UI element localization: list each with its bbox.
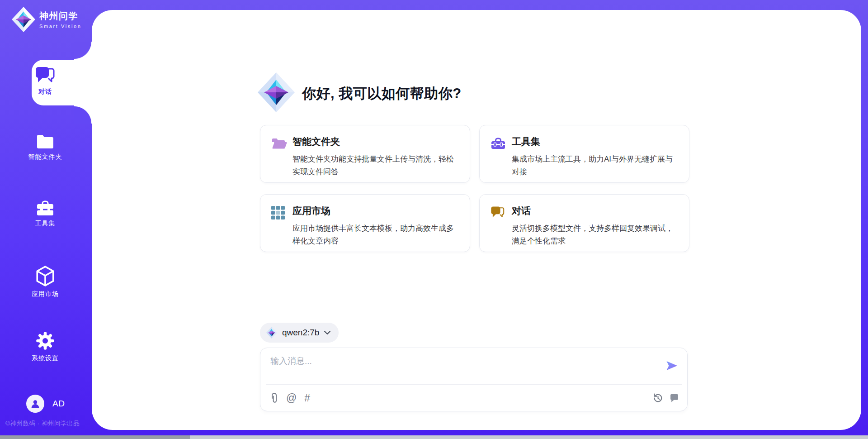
- sidebar-item-label: 应用市场: [32, 290, 59, 298]
- sidebar-item-apps[interactable]: 应用市场: [0, 266, 90, 298]
- hero-logo: [258, 72, 295, 114]
- card-title: 应用市场: [292, 205, 461, 217]
- card-description: 智能文件夹功能支持批量文件上传与清洗，轻松实现文件问答: [292, 153, 461, 178]
- sidebar-item-label: 工具集: [35, 220, 56, 228]
- sidebar-item-label: 对话: [38, 88, 52, 96]
- toolbox-icon: [36, 200, 55, 215]
- gear-icon: [35, 330, 55, 351]
- sidebar-item-label: 智能文件夹: [28, 153, 62, 161]
- card-description: 应用市场提供丰富长文本模板，助力高效生成多样化文章内容: [292, 222, 461, 248]
- card-title: 智能文件夹: [292, 135, 461, 148]
- sidebar-item-tools[interactable]: 工具集: [0, 200, 90, 228]
- user-profile[interactable]: AD: [26, 395, 65, 413]
- greeting-title: 你好, 我可以如何帮助你?: [302, 84, 462, 103]
- card-title: 工具集: [512, 135, 680, 148]
- composer-divider: [266, 384, 682, 385]
- attachment-button[interactable]: [269, 392, 278, 404]
- user-initials: AD: [52, 399, 65, 409]
- send-icon: [665, 360, 678, 372]
- card-title: 对话: [512, 205, 680, 217]
- horizontal-scrollbar-thumb[interactable]: [0, 435, 190, 439]
- avatar: [26, 395, 44, 413]
- brand-name: 神州问学: [39, 10, 81, 22]
- horizontal-scrollbar-track: [0, 435, 868, 439]
- message-input[interactable]: [269, 354, 656, 382]
- history-button[interactable]: [653, 393, 663, 403]
- toolbox-icon: [491, 135, 507, 182]
- card-description: 灵活切换多模型文件，支持多样回复效果调试，满足个性化需求: [512, 222, 680, 248]
- folder-open-icon: [271, 135, 288, 182]
- app-background: 神州问学 Smart Vision 对话 智能文件夹 工具集: [0, 0, 868, 435]
- sidebar-item-settings[interactable]: 系统设置: [0, 330, 90, 363]
- cube-icon: [36, 266, 55, 286]
- message-composer: @ #: [260, 348, 688, 411]
- new-chat-button[interactable]: [670, 393, 679, 403]
- history-icon: [653, 393, 663, 403]
- card-app-market[interactable]: 应用市场 应用市场提供丰富长文本模板，助力高效生成多样化文章内容: [260, 194, 470, 252]
- sidebar-item-label: 系统设置: [32, 354, 59, 363]
- folder-icon: [36, 134, 55, 148]
- chevron-down-icon: [324, 331, 330, 334]
- active-tab-scoop-top: [74, 42, 93, 60]
- active-tab-scoop-bottom: [74, 105, 93, 124]
- card-toolset[interactable]: 工具集 集成市场上主流工具，助力AI与外界无缝扩展与对接: [479, 125, 689, 183]
- person-icon: [30, 398, 41, 409]
- brand-diamond-icon: [258, 72, 295, 112]
- attachment-icon: [269, 392, 278, 404]
- chat-bubbles-icon: [35, 66, 56, 84]
- grid-icon: [271, 205, 288, 252]
- new-chat-icon: [670, 393, 679, 403]
- chat-bubbles-icon: [491, 205, 507, 252]
- model-name: qwen2:7b: [282, 328, 319, 338]
- brand-logo-icon: [12, 7, 35, 32]
- card-description: 集成市场上主流工具，助力AI与外界无缝扩展与对接: [512, 153, 680, 178]
- card-smart-folders[interactable]: 智能文件夹 智能文件夹功能支持批量文件上传与清洗，轻松实现文件问答: [260, 125, 470, 183]
- brand-subtitle: Smart Vision: [39, 24, 81, 29]
- sidebar-item-folders[interactable]: 智能文件夹: [0, 134, 90, 161]
- model-selector[interactable]: qwen2:7b: [260, 323, 339, 343]
- hashtag-button[interactable]: #: [304, 393, 310, 403]
- feature-cards: 智能文件夹 智能文件夹功能支持批量文件上传与清洗，轻松实现文件问答 工具集 集成…: [260, 125, 689, 252]
- sidebar-footer: ©神州数码 · 神州问学出品: [5, 420, 80, 428]
- send-button[interactable]: [665, 360, 678, 373]
- mention-button[interactable]: @: [286, 393, 297, 403]
- brand: 神州问学 Smart Vision: [12, 7, 81, 32]
- model-logo-icon: [266, 327, 277, 339]
- sidebar-item-chat[interactable]: 对话: [0, 66, 90, 96]
- card-chat[interactable]: 对话 灵活切换多模型文件，支持多样回复效果调试，满足个性化需求: [479, 194, 689, 252]
